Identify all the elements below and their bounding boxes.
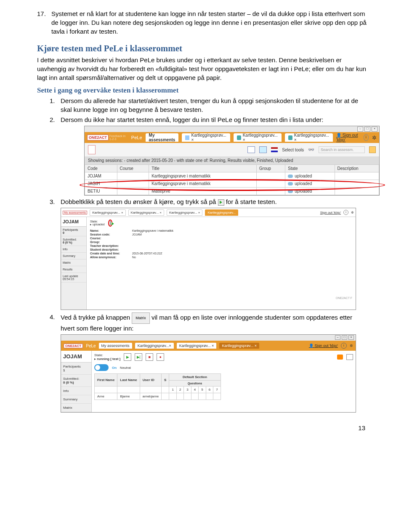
paragraph-kjore-testen: I dette avsnittet beskriver vi hvordan P…: [37, 56, 367, 82]
tab[interactable]: Kartleggingsprøv...×: [135, 343, 174, 349]
col-title[interactable]: Title: [149, 165, 257, 172]
tab-icon: [237, 135, 241, 140]
window-maximize-icon[interactable]: □: [342, 335, 347, 340]
cloud-icon: [288, 182, 293, 185]
details-key-value: Name:Kartleggingsprøve i matematikk Sess…: [90, 229, 352, 259]
cloud-icon: [288, 190, 293, 193]
col-first-name[interactable]: First Name: [95, 374, 117, 386]
info-icon[interactable]: i: [364, 134, 369, 141]
screenshot-test-details: My assessments Kartleggingsprøv... × Kar…: [61, 208, 356, 310]
info-icon[interactable]: i: [341, 343, 347, 349]
sidebar-last-update: Last update09:54:15: [61, 273, 86, 283]
skip-button[interactable]: ▶|: [135, 353, 142, 361]
window-minimize-icon[interactable]: –: [335, 335, 340, 340]
flag-icon[interactable]: [271, 147, 278, 152]
heading-kjore-testen: Kjøre testen med PeLe i klasserommet: [37, 43, 367, 54]
window-maximize-icon[interactable]: □: [364, 127, 370, 132]
reload-icon[interactable]: [259, 146, 267, 153]
participants-table: First Name Last Name User ID S Default S…: [94, 373, 221, 400]
binoculars-icon[interactable]: 👓: [308, 147, 314, 153]
tab-kartlegging-3[interactable]: Kartleggingsprøv... ×: [285, 133, 333, 142]
tab-kartlegging-1[interactable]: Kartleggingsprøv... ×: [182, 133, 230, 142]
table-row[interactable]: JAGIHKartleggingsprøve i matematikkuploa…: [85, 180, 379, 188]
sidebar-matrix[interactable]: Matrix: [61, 404, 91, 412]
tab-my-assessments[interactable]: My assessments: [146, 133, 179, 142]
sidebar-matrix[interactable]: Matrix: [61, 259, 86, 266]
col-code[interactable]: Code: [85, 165, 117, 172]
col-course[interactable]: Course: [117, 165, 149, 172]
sign-out-link[interactable]: 👤 Sign out 'kbjo': [336, 133, 360, 142]
tab-active[interactable]: Kartleggingsprøv... ×: [219, 343, 259, 349]
session-code: JOJAM: [61, 351, 91, 363]
col-group[interactable]: Group: [257, 165, 285, 172]
stop-button[interactable]: ■: [146, 353, 153, 361]
sidebar-summary[interactable]: Summary: [61, 395, 91, 404]
step-3-text: Dobbeltklikk på testen du ønsker å kjøre…: [61, 197, 367, 206]
sign-out-link[interactable]: 👤 Sign out 'kbjo': [309, 344, 338, 348]
col-state[interactable]: State: [285, 165, 335, 172]
tab[interactable]: Kartleggingsprøv... ×: [177, 343, 217, 349]
step-2-number: 2.: [50, 115, 61, 124]
play-button[interactable]: ▶: [124, 353, 131, 361]
tab-kartlegging-2[interactable]: Kartleggingsprøv... ×: [234, 133, 282, 142]
funnel-icon[interactable]: [247, 146, 255, 153]
feedback-tagline: Feedback in 1-2-3: [109, 135, 127, 140]
pele-label: PeLe: [131, 135, 142, 140]
page-number: 13: [37, 424, 367, 431]
table-row[interactable]: BETIUMatteprveuploaded: [85, 188, 379, 195]
new-document-icon[interactable]: [88, 145, 96, 154]
sidebar-summary[interactable]: Summary: [61, 253, 86, 259]
item-17-number: 17.: [37, 9, 51, 18]
window-minimize-icon[interactable]: –: [357, 127, 363, 132]
tab[interactable]: Kartleggingsprøv... ×: [128, 209, 164, 216]
tab-icon: [185, 135, 189, 140]
screenshot-running-matrix: –□× ONE2ACT PeLe My assessments Kartlegg…: [61, 334, 356, 413]
tab-icon: [288, 135, 292, 140]
sidebar-info[interactable]: Info: [61, 387, 91, 395]
search-input[interactable]: Search in assessm.: [319, 146, 365, 153]
gear-icon[interactable]: ✲: [372, 135, 377, 141]
step-4-number: 4.: [50, 312, 61, 321]
sidebar-submitted[interactable]: Submitted:6 (6 %): [61, 236, 86, 246]
sidebar-results[interactable]: Results: [61, 266, 86, 273]
sidebar-participants[interactable]: Participants1: [61, 363, 91, 375]
sidebar-submitted[interactable]: Submitted:0 (0 %): [61, 375, 91, 387]
col-description[interactable]: Description: [335, 165, 379, 172]
one2act-logo: ONE2ACT: [87, 135, 109, 140]
expand-icon[interactable]: [346, 354, 353, 360]
tab-active[interactable]: Kartleggingsprøv...: [205, 209, 238, 216]
pele-label: PeLe: [86, 344, 96, 348]
table-row[interactable]: ArneBjarnearnebjarne: [95, 393, 221, 400]
one2act-logo: My assessments: [63, 211, 87, 214]
col-user-id[interactable]: User ID: [140, 374, 161, 386]
session-code: JOJAM: [61, 217, 86, 227]
tab-my-assessments[interactable]: My assessments: [99, 343, 132, 349]
item-17-text: Systemet er nå klart for at studentene k…: [51, 9, 367, 36]
toggle-on[interactable]: [94, 364, 109, 371]
grid-icon[interactable]: [369, 146, 376, 153]
tab[interactable]: Kartleggingsprøv... ×: [90, 209, 125, 216]
red-highlight-circle: [108, 220, 112, 227]
col-last-name[interactable]: Last Name: [117, 374, 140, 386]
tab[interactable]: Kartleggingsprøv... ×: [167, 209, 202, 216]
matrix-button-inline: Matrix: [132, 312, 150, 324]
sidebar-info[interactable]: Info: [61, 246, 86, 253]
step-1-text: Dersom du allerede har startet/aktivert …: [61, 96, 367, 114]
gear-icon[interactable]: ✲: [351, 211, 354, 214]
sidebar-participants[interactable]: Participants0: [61, 227, 86, 236]
window-close-icon[interactable]: ×: [348, 335, 354, 340]
sign-out-link[interactable]: Sign out 'kbjo': [320, 211, 341, 214]
chat-icon[interactable]: [337, 355, 343, 360]
table-row[interactable]: JOJAMKartleggingsprøve i matematikkuploa…: [85, 172, 379, 180]
record-button[interactable]: ●: [157, 353, 164, 361]
select-tools-label[interactable]: Select tools: [282, 148, 304, 152]
window-close-icon[interactable]: ×: [372, 127, 377, 132]
gear-icon[interactable]: ✲: [350, 344, 353, 348]
heading-sette-i-gang: Sette i gang og overvåke testen i klasse…: [37, 86, 367, 95]
toggle-on-label: On: [112, 366, 117, 370]
play-button[interactable]: [110, 221, 111, 225]
col-s[interactable]: S: [162, 374, 169, 386]
step-2-text: Dersom du ikke har startet testen ennå, …: [61, 115, 367, 124]
assessments-table: Code Course Title Group State Descriptio…: [85, 164, 379, 195]
info-icon[interactable]: i: [343, 210, 348, 215]
